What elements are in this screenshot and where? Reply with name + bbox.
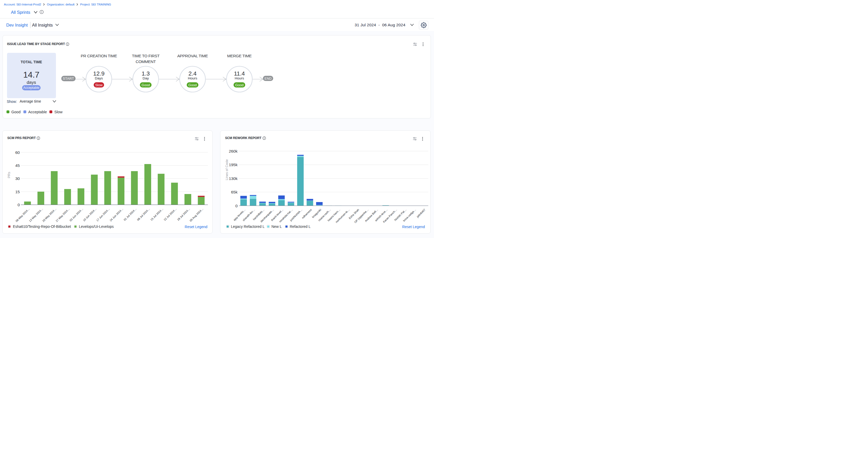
svg-text:2.4: 2.4 [188, 70, 196, 77]
svg-text:12.9: 12.9 [93, 70, 104, 77]
svg-text:Good: Good [142, 83, 150, 87]
svg-text:Good: Good [235, 83, 244, 87]
svg-text:06 May 2024…: 06 May 2024… [15, 207, 30, 222]
svg-text:45: 45 [16, 163, 20, 168]
svg-text:END: END [265, 77, 272, 81]
svg-text:30: 30 [16, 176, 20, 181]
svg-text:15 Jul 2024…: 15 Jul 2024… [150, 207, 164, 221]
svg-text:Good: Good [188, 83, 197, 87]
svg-text:ndharness: ndharness [301, 208, 312, 219]
svg-text:08 Jul 2024…: 08 Jul 2024… [136, 207, 150, 221]
svg-text:05 Aug 2024…: 05 Aug 2024… [189, 207, 204, 222]
svg-text:APPROVAL TIME: APPROVAL TIME [177, 54, 208, 58]
svg-text:0: 0 [235, 204, 238, 208]
svg-text:260k: 260k [229, 149, 238, 153]
svg-text:PRs: PRs [7, 172, 11, 178]
svg-text:Hours: Hours [188, 76, 197, 80]
svg-text:Lines of Code: Lines of Code [225, 159, 229, 180]
svg-text:13 May 2024…: 13 May 2024… [28, 207, 44, 222]
svg-text:jatin6407: jatin6407 [416, 208, 426, 218]
svg-text:Hours: Hours [235, 76, 244, 80]
svg-text:24 Jun 2024…: 24 Jun 2024… [109, 207, 124, 222]
svg-text:195k: 195k [229, 162, 238, 167]
svg-text:10 Jun 2024…: 10 Jun 2024… [82, 207, 97, 222]
svg-text:Slow: Slow [95, 83, 103, 87]
svg-text:11.4: 11.4 [234, 70, 245, 77]
svg-text:22 Jul 2024…: 22 Jul 2024… [163, 207, 177, 221]
svg-text:Days: Days [95, 76, 103, 80]
svg-text:03 Jun 2024…: 03 Jun 2024… [69, 207, 84, 222]
svg-text:Day: Day [143, 76, 149, 80]
svg-text:60: 60 [16, 150, 20, 155]
svg-text:17 Jun 2024…: 17 Jun 2024… [95, 207, 110, 222]
svg-text:130k: 130k [229, 176, 238, 181]
svg-text:15: 15 [16, 189, 20, 194]
svg-text:START: START [63, 77, 74, 81]
svg-text:65k: 65k [231, 190, 238, 194]
svg-text:01 Jul 2024…: 01 Jul 2024… [123, 207, 137, 221]
svg-text:20 May 2024…: 20 May 2024… [42, 207, 57, 222]
svg-text:MERGE TIME: MERGE TIME [227, 54, 252, 58]
svg-text:1.3: 1.3 [142, 70, 150, 77]
svg-text:0: 0 [18, 203, 20, 207]
svg-text:COMMENT: COMMENT [135, 59, 156, 64]
svg-text:PR CREATION TIME: PR CREATION TIME [81, 54, 117, 58]
svg-text:TIME TO FIRST: TIME TO FIRST [132, 54, 160, 58]
svg-text:29 Jul 2024…: 29 Jul 2024… [177, 207, 190, 221]
svg-text:27 May 2024…: 27 May 2024… [55, 207, 70, 222]
